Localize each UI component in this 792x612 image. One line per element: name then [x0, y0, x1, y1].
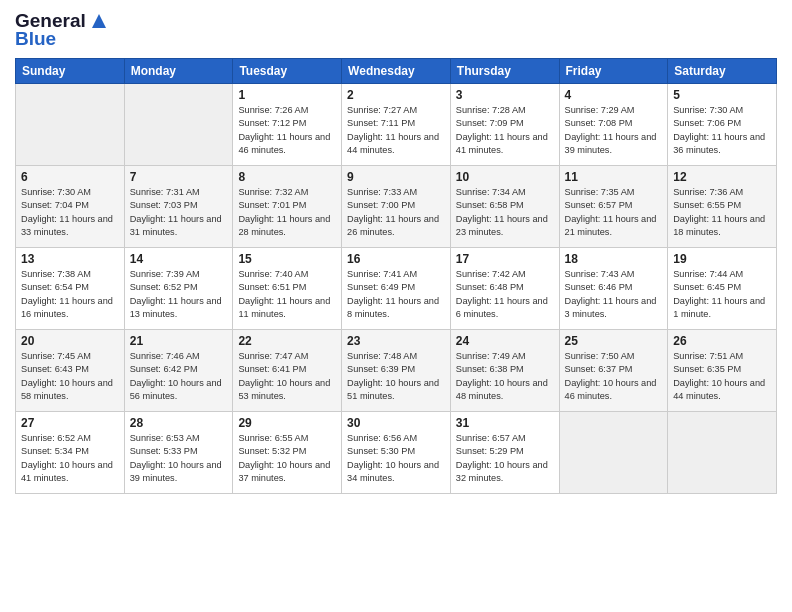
day-info: Sunrise: 7:32 AM Sunset: 7:01 PM Dayligh…	[238, 186, 336, 239]
day-cell: 12Sunrise: 7:36 AM Sunset: 6:55 PM Dayli…	[668, 166, 777, 248]
day-number: 18	[565, 252, 663, 266]
day-number: 14	[130, 252, 228, 266]
day-cell: 28Sunrise: 6:53 AM Sunset: 5:33 PM Dayli…	[124, 412, 233, 494]
day-number: 15	[238, 252, 336, 266]
day-number: 3	[456, 88, 554, 102]
day-number: 7	[130, 170, 228, 184]
day-info: Sunrise: 7:27 AM Sunset: 7:11 PM Dayligh…	[347, 104, 445, 157]
day-info: Sunrise: 7:35 AM Sunset: 6:57 PM Dayligh…	[565, 186, 663, 239]
day-info: Sunrise: 7:30 AM Sunset: 7:06 PM Dayligh…	[673, 104, 771, 157]
day-number: 19	[673, 252, 771, 266]
day-cell: 17Sunrise: 7:42 AM Sunset: 6:48 PM Dayli…	[450, 248, 559, 330]
day-number: 26	[673, 334, 771, 348]
day-number: 4	[565, 88, 663, 102]
day-number: 22	[238, 334, 336, 348]
day-cell: 3Sunrise: 7:28 AM Sunset: 7:09 PM Daylig…	[450, 84, 559, 166]
day-number: 10	[456, 170, 554, 184]
header: General Blue	[15, 10, 777, 50]
day-number: 12	[673, 170, 771, 184]
day-cell: 14Sunrise: 7:39 AM Sunset: 6:52 PM Dayli…	[124, 248, 233, 330]
day-cell: 8Sunrise: 7:32 AM Sunset: 7:01 PM Daylig…	[233, 166, 342, 248]
day-info: Sunrise: 7:44 AM Sunset: 6:45 PM Dayligh…	[673, 268, 771, 321]
day-number: 5	[673, 88, 771, 102]
weekday-sunday: Sunday	[16, 59, 125, 84]
week-row-4: 20Sunrise: 7:45 AM Sunset: 6:43 PM Dayli…	[16, 330, 777, 412]
logo: General Blue	[15, 10, 110, 50]
day-cell	[16, 84, 125, 166]
day-cell: 4Sunrise: 7:29 AM Sunset: 7:08 PM Daylig…	[559, 84, 668, 166]
week-row-3: 13Sunrise: 7:38 AM Sunset: 6:54 PM Dayli…	[16, 248, 777, 330]
day-cell: 20Sunrise: 7:45 AM Sunset: 6:43 PM Dayli…	[16, 330, 125, 412]
day-info: Sunrise: 6:53 AM Sunset: 5:33 PM Dayligh…	[130, 432, 228, 485]
day-cell: 13Sunrise: 7:38 AM Sunset: 6:54 PM Dayli…	[16, 248, 125, 330]
day-cell	[124, 84, 233, 166]
day-cell: 27Sunrise: 6:52 AM Sunset: 5:34 PM Dayli…	[16, 412, 125, 494]
day-info: Sunrise: 7:49 AM Sunset: 6:38 PM Dayligh…	[456, 350, 554, 403]
day-number: 29	[238, 416, 336, 430]
svg-marker-0	[92, 14, 106, 28]
day-cell: 9Sunrise: 7:33 AM Sunset: 7:00 PM Daylig…	[342, 166, 451, 248]
day-number: 24	[456, 334, 554, 348]
weekday-tuesday: Tuesday	[233, 59, 342, 84]
day-number: 20	[21, 334, 119, 348]
logo-blue: Blue	[15, 28, 56, 50]
calendar-table: SundayMondayTuesdayWednesdayThursdayFrid…	[15, 58, 777, 494]
day-number: 28	[130, 416, 228, 430]
day-info: Sunrise: 7:28 AM Sunset: 7:09 PM Dayligh…	[456, 104, 554, 157]
day-cell: 6Sunrise: 7:30 AM Sunset: 7:04 PM Daylig…	[16, 166, 125, 248]
day-info: Sunrise: 6:57 AM Sunset: 5:29 PM Dayligh…	[456, 432, 554, 485]
day-cell: 5Sunrise: 7:30 AM Sunset: 7:06 PM Daylig…	[668, 84, 777, 166]
day-number: 9	[347, 170, 445, 184]
day-cell: 29Sunrise: 6:55 AM Sunset: 5:32 PM Dayli…	[233, 412, 342, 494]
day-info: Sunrise: 7:26 AM Sunset: 7:12 PM Dayligh…	[238, 104, 336, 157]
weekday-saturday: Saturday	[668, 59, 777, 84]
day-info: Sunrise: 7:29 AM Sunset: 7:08 PM Dayligh…	[565, 104, 663, 157]
day-info: Sunrise: 7:34 AM Sunset: 6:58 PM Dayligh…	[456, 186, 554, 239]
day-info: Sunrise: 7:45 AM Sunset: 6:43 PM Dayligh…	[21, 350, 119, 403]
day-number: 8	[238, 170, 336, 184]
day-info: Sunrise: 6:56 AM Sunset: 5:30 PM Dayligh…	[347, 432, 445, 485]
day-number: 17	[456, 252, 554, 266]
day-info: Sunrise: 7:42 AM Sunset: 6:48 PM Dayligh…	[456, 268, 554, 321]
day-cell: 11Sunrise: 7:35 AM Sunset: 6:57 PM Dayli…	[559, 166, 668, 248]
day-number: 27	[21, 416, 119, 430]
day-info: Sunrise: 7:48 AM Sunset: 6:39 PM Dayligh…	[347, 350, 445, 403]
logo-icon	[88, 10, 110, 32]
day-cell: 23Sunrise: 7:48 AM Sunset: 6:39 PM Dayli…	[342, 330, 451, 412]
weekday-thursday: Thursday	[450, 59, 559, 84]
day-number: 31	[456, 416, 554, 430]
day-cell: 16Sunrise: 7:41 AM Sunset: 6:49 PM Dayli…	[342, 248, 451, 330]
day-info: Sunrise: 7:39 AM Sunset: 6:52 PM Dayligh…	[130, 268, 228, 321]
day-cell: 2Sunrise: 7:27 AM Sunset: 7:11 PM Daylig…	[342, 84, 451, 166]
day-info: Sunrise: 7:43 AM Sunset: 6:46 PM Dayligh…	[565, 268, 663, 321]
day-cell: 7Sunrise: 7:31 AM Sunset: 7:03 PM Daylig…	[124, 166, 233, 248]
day-info: Sunrise: 7:50 AM Sunset: 6:37 PM Dayligh…	[565, 350, 663, 403]
day-cell	[668, 412, 777, 494]
day-number: 25	[565, 334, 663, 348]
day-number: 21	[130, 334, 228, 348]
day-cell: 10Sunrise: 7:34 AM Sunset: 6:58 PM Dayli…	[450, 166, 559, 248]
day-info: Sunrise: 7:36 AM Sunset: 6:55 PM Dayligh…	[673, 186, 771, 239]
day-info: Sunrise: 6:55 AM Sunset: 5:32 PM Dayligh…	[238, 432, 336, 485]
day-number: 16	[347, 252, 445, 266]
weekday-monday: Monday	[124, 59, 233, 84]
week-row-5: 27Sunrise: 6:52 AM Sunset: 5:34 PM Dayli…	[16, 412, 777, 494]
day-number: 6	[21, 170, 119, 184]
day-cell: 1Sunrise: 7:26 AM Sunset: 7:12 PM Daylig…	[233, 84, 342, 166]
day-cell: 30Sunrise: 6:56 AM Sunset: 5:30 PM Dayli…	[342, 412, 451, 494]
day-info: Sunrise: 7:46 AM Sunset: 6:42 PM Dayligh…	[130, 350, 228, 403]
day-cell: 26Sunrise: 7:51 AM Sunset: 6:35 PM Dayli…	[668, 330, 777, 412]
day-cell: 22Sunrise: 7:47 AM Sunset: 6:41 PM Dayli…	[233, 330, 342, 412]
day-cell: 21Sunrise: 7:46 AM Sunset: 6:42 PM Dayli…	[124, 330, 233, 412]
day-number: 30	[347, 416, 445, 430]
day-info: Sunrise: 7:30 AM Sunset: 7:04 PM Dayligh…	[21, 186, 119, 239]
day-info: Sunrise: 6:52 AM Sunset: 5:34 PM Dayligh…	[21, 432, 119, 485]
page: General Blue SundayMondayTuesdayWednesda…	[0, 0, 792, 612]
day-cell: 25Sunrise: 7:50 AM Sunset: 6:37 PM Dayli…	[559, 330, 668, 412]
day-number: 11	[565, 170, 663, 184]
day-info: Sunrise: 7:51 AM Sunset: 6:35 PM Dayligh…	[673, 350, 771, 403]
day-info: Sunrise: 7:40 AM Sunset: 6:51 PM Dayligh…	[238, 268, 336, 321]
weekday-friday: Friday	[559, 59, 668, 84]
day-cell: 15Sunrise: 7:40 AM Sunset: 6:51 PM Dayli…	[233, 248, 342, 330]
day-cell: 18Sunrise: 7:43 AM Sunset: 6:46 PM Dayli…	[559, 248, 668, 330]
